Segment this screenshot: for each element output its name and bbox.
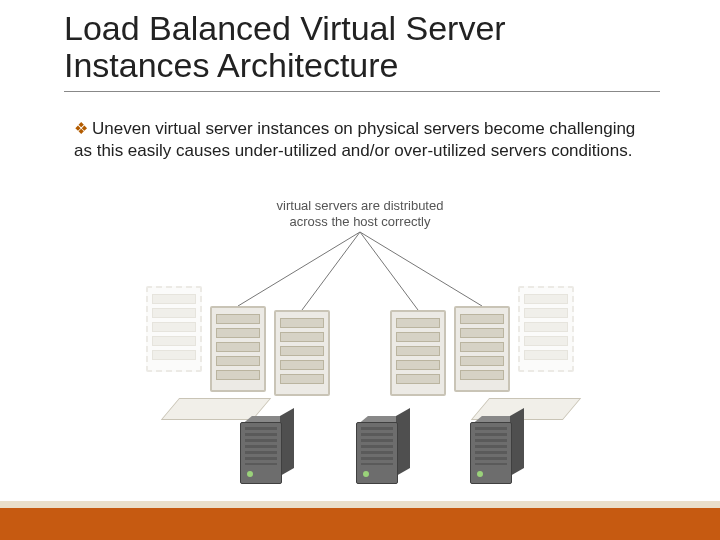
physical-host-server [356,416,412,486]
architecture-diagram: virtual servers are distributed across t… [140,198,580,488]
virtual-server-rack [274,310,330,396]
svg-line-0 [238,232,360,306]
svg-line-1 [302,232,360,310]
physical-host-server [240,416,296,486]
virtual-server-rack [454,306,510,392]
svg-line-3 [360,232,482,306]
diamond-bullet-icon: ❖ [74,120,88,137]
virtual-server-rack-ghost [518,286,574,372]
slide: Load Balanced Virtual Server Instances A… [0,0,720,540]
virtual-server-rack [390,310,446,396]
bullet-text: Uneven virtual server instances on physi… [74,119,635,160]
virtual-server-rack-ghost [146,286,202,372]
svg-line-2 [360,232,418,310]
slide-title: Load Balanced Virtual Server Instances A… [64,10,660,92]
body-text: ❖Uneven virtual server instances on phys… [74,118,640,162]
footer-bar [0,508,720,540]
physical-host-server [470,416,526,486]
virtual-server-rack [210,306,266,392]
